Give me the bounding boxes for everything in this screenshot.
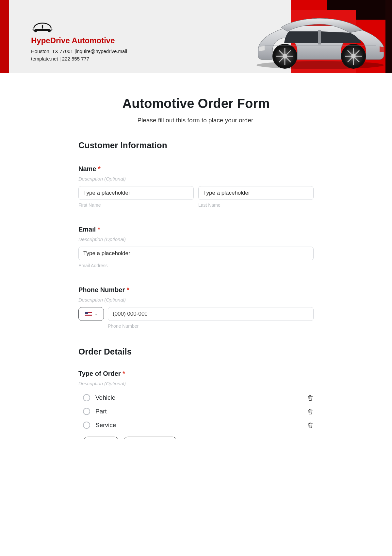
option-row-service: Service <box>78 418 314 432</box>
svg-rect-0 <box>42 25 43 28</box>
option-label-part[interactable]: Part <box>95 408 307 415</box>
country-code-select[interactable]: ⌄ <box>78 307 104 321</box>
required-marker: * <box>122 370 125 377</box>
name-label: Name * <box>78 165 314 173</box>
last-name-input[interactable] <box>198 186 314 200</box>
email-sublabel: Email Address <box>78 263 314 268</box>
last-name-sublabel: Last Name <box>198 202 314 208</box>
section-customer-info: Customer Information <box>78 140 314 150</box>
option-label-service[interactable]: Service <box>95 422 307 429</box>
phone-description[interactable]: Description (Optional) <box>78 297 314 303</box>
required-marker: * <box>127 286 129 293</box>
banner-right-graphic <box>225 0 392 73</box>
brand-name: HypeDrive Automotive <box>31 36 127 45</box>
trash-icon[interactable] <box>307 408 314 415</box>
option-row-part: Part <box>78 405 314 418</box>
add-option-button[interactable]: Add option <box>83 437 119 439</box>
name-description[interactable]: Description (Optional) <box>78 176 314 182</box>
svg-point-18 <box>283 54 287 59</box>
svg-point-3 <box>33 28 35 30</box>
add-other-option-button[interactable]: Add "Other" option <box>123 437 177 439</box>
header-banner: HypeDrive Automotive Houston, TX 77001 |… <box>0 0 392 73</box>
field-phone: Phone Number * Description (Optional) ⌄ … <box>78 286 314 329</box>
form-subtitle: Please fill out this form to place your … <box>78 117 314 124</box>
option-label-vehicle[interactable]: Vehicle <box>95 394 307 401</box>
svg-point-4 <box>50 28 52 30</box>
phone-sublabel: Phone Number <box>108 323 314 329</box>
email-label: Email * <box>78 226 314 233</box>
name-label-text: Name <box>78 165 96 172</box>
brand-contact-line: template.net | 222 555 777 <box>31 55 127 63</box>
order-type-description[interactable]: Description (Optional) <box>78 381 314 386</box>
us-flag-icon <box>85 312 92 316</box>
first-name-input[interactable] <box>78 186 194 200</box>
hero-car-image <box>252 11 389 70</box>
email-input[interactable] <box>78 247 314 260</box>
banner-left-stripe <box>0 0 9 73</box>
email-label-text: Email <box>78 226 96 233</box>
required-marker: * <box>98 226 100 233</box>
radio-vehicle[interactable] <box>83 394 90 401</box>
email-description[interactable]: Description (Optional) <box>78 236 314 242</box>
trash-icon[interactable] <box>307 422 314 429</box>
brand-address-line: Houston, TX 77001 |inquire@hypedrive.mai… <box>31 48 127 55</box>
phone-label-text: Phone Number <box>78 286 125 293</box>
radio-part[interactable] <box>83 408 90 415</box>
field-order-type: Type of Order * Description (Optional) V… <box>78 370 314 439</box>
form-title: Automotive Order Form <box>78 96 314 111</box>
radio-service[interactable] <box>83 422 90 429</box>
chevron-down-icon: ⌄ <box>94 312 97 316</box>
svg-point-1 <box>34 29 37 32</box>
required-marker: * <box>98 165 101 172</box>
phone-label: Phone Number * <box>78 286 314 294</box>
order-type-label-text: Type of Order <box>78 370 121 377</box>
svg-point-2 <box>48 29 51 32</box>
phone-input[interactable] <box>108 307 314 321</box>
section-order-details: Order Details <box>78 347 314 357</box>
form-container: Automotive Order Form Please fill out th… <box>78 96 314 439</box>
svg-rect-11 <box>318 30 321 44</box>
option-row-vehicle: Vehicle <box>78 391 314 405</box>
order-type-label: Type of Order * <box>78 370 314 377</box>
trash-icon[interactable] <box>307 394 314 401</box>
first-name-sublabel: First Name <box>78 202 194 208</box>
car-logo-icon <box>31 20 54 33</box>
svg-point-25 <box>351 54 356 59</box>
field-name: Name * Description (Optional) First Name… <box>78 165 314 208</box>
banner-content: HypeDrive Automotive Houston, TX 77001 |… <box>31 20 127 62</box>
field-email: Email * Description (Optional) Email Add… <box>78 226 314 268</box>
